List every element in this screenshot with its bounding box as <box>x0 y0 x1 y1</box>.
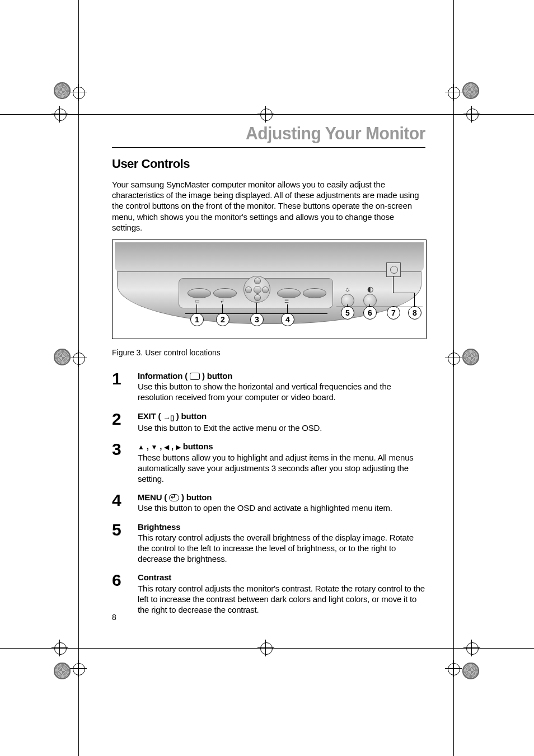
callout-3: 3 <box>250 313 264 326</box>
item-text: Contrast This rotary control adjusts the… <box>138 572 425 615</box>
callout-4: 4 <box>281 313 294 326</box>
sunburst-icon <box>54 82 71 99</box>
registration-mark-icon <box>70 350 87 367</box>
item-text: Brightness This rotary control adjusts t… <box>138 522 425 565</box>
item-text: EXIT ( →▯ ) button Use this button to Ex… <box>138 411 425 434</box>
callout-1: 1 <box>190 313 204 326</box>
registration-mark-icon <box>463 640 480 656</box>
item-text: ▲ , ▼ , ◀ , ▶ buttons These buttons allo… <box>138 441 425 484</box>
list-item: 1 Information ( ) button Use this button… <box>112 370 425 403</box>
page-number: 8 <box>112 613 116 622</box>
callout-8: 8 <box>408 306 421 320</box>
figure-monitor-controls: ▭ ↲ ☰ ☼ ◐ <box>112 240 427 339</box>
item-number: 2 <box>112 411 128 426</box>
item-number: 1 <box>112 370 128 386</box>
contrast-icon: ◐ <box>367 285 373 293</box>
exit-button-icon <box>213 288 237 298</box>
item-number: 6 <box>112 572 128 587</box>
sunburst-icon <box>462 349 479 365</box>
item-text: MENU ( ) button Use this button to open … <box>138 492 425 513</box>
list-item: 3 ▲ , ▼ , ◀ , ▶ buttons These buttons al… <box>112 441 425 484</box>
registration-mark-icon <box>51 640 68 656</box>
registration-mark-icon <box>51 106 68 123</box>
menu-icon <box>169 494 179 501</box>
aux-button-icon <box>303 288 326 298</box>
sunburst-icon <box>462 663 479 679</box>
arrow-left-icon: ◀ <box>164 443 169 451</box>
registration-mark-icon <box>257 106 274 123</box>
list-item: 6 Contrast This rotary control adjusts t… <box>112 572 425 615</box>
list-item: 4 MENU ( ) button Use this button to ope… <box>112 492 425 513</box>
exit-glyph-icon: ↲ <box>220 298 224 304</box>
power-button-icon <box>386 262 401 277</box>
list-item: 2 EXIT ( →▯ ) button Use this button to … <box>112 411 425 434</box>
registration-mark-icon <box>463 106 480 123</box>
crop-line <box>78 0 79 756</box>
sunburst-icon <box>54 663 71 679</box>
intro-paragraph: Your samsung SyncMaster computer monitor… <box>112 179 425 233</box>
figure-caption: Figure 3. User control locations <box>112 348 425 357</box>
item-text: Information ( ) button Use this button t… <box>138 370 425 403</box>
section-title: User Controls <box>112 157 425 171</box>
callout-5: 5 <box>341 306 354 320</box>
brightness-dial-icon <box>341 294 354 307</box>
exit-icon: →▯ <box>163 414 174 423</box>
callout-7: 7 <box>387 306 400 320</box>
callout-2: 2 <box>216 313 229 326</box>
manual-page: Adjusting Your Monitor User Controls You… <box>0 0 534 756</box>
info-glyph-icon: ▭ <box>195 298 200 304</box>
crop-line <box>453 0 454 756</box>
registration-mark-icon <box>445 84 462 101</box>
menu-button-icon <box>277 288 301 298</box>
list-item: 5 Brightness This rotary control adjusts… <box>112 522 425 565</box>
horizontal-rule <box>112 147 425 148</box>
registration-mark-icon <box>70 660 87 677</box>
arrow-up-icon: ▲ <box>138 443 144 451</box>
rect-icon <box>190 373 200 380</box>
callout-6: 6 <box>363 306 377 320</box>
brightness-icon: ☼ <box>344 285 351 293</box>
registration-mark-icon <box>445 660 462 677</box>
registration-mark-icon <box>257 640 274 656</box>
registration-mark-icon <box>70 84 87 101</box>
sunburst-icon <box>462 82 479 99</box>
arrow-right-icon: ▶ <box>176 443 181 451</box>
item-number: 3 <box>112 441 128 456</box>
contrast-dial-icon <box>363 294 377 307</box>
chapter-title: Adjusting Your Monitor <box>131 123 425 144</box>
control-descriptions: 1 Information ( ) button Use this button… <box>112 370 425 615</box>
sunburst-icon <box>54 349 71 365</box>
item-number: 5 <box>112 522 128 537</box>
dpad-icon <box>243 276 270 303</box>
registration-mark-icon <box>445 350 462 367</box>
item-number: 4 <box>112 492 128 507</box>
monitor-illustration: ▭ ↲ ☰ ☼ ◐ <box>113 240 426 339</box>
page-content: Adjusting Your Monitor User Controls You… <box>112 123 425 615</box>
menu-glyph-icon: ☰ <box>284 298 289 304</box>
info-button-icon <box>188 288 211 298</box>
arrow-down-icon: ▼ <box>151 443 158 451</box>
